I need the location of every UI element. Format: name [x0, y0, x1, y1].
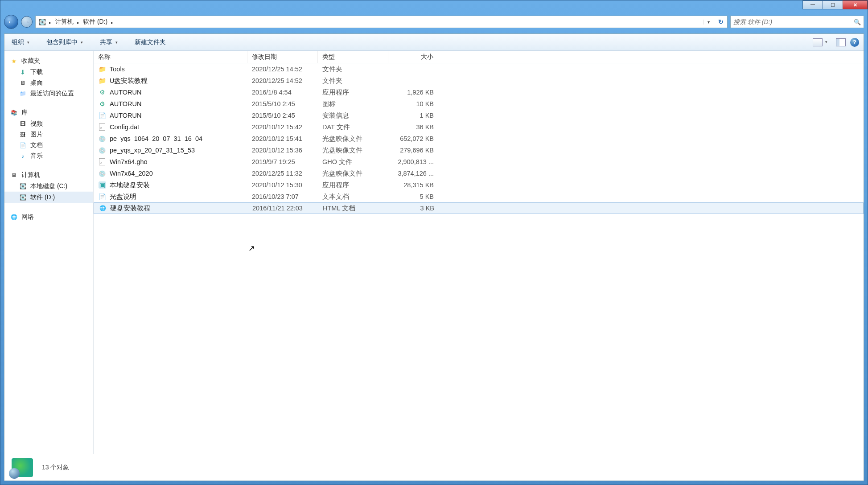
- sidebar-item-documents[interactable]: 文档: [4, 140, 93, 151]
- search-icon[interactable]: [854, 18, 861, 25]
- file-icon: [98, 123, 106, 131]
- file-row[interactable]: AUTORUN2015/5/10 2:45安装信息1 KB: [94, 110, 864, 121]
- crumb-drive[interactable]: 软件 (D:): [82, 18, 108, 26]
- network-icon: [10, 214, 18, 221]
- help-button[interactable]: [850, 38, 859, 47]
- column-label: 名称: [98, 53, 111, 61]
- share-menu[interactable]: 共享: [97, 37, 120, 48]
- status-icon: [12, 458, 33, 477]
- search-input[interactable]: [733, 18, 854, 25]
- file-row[interactable]: pe_yqs_1064_20_07_31_16_042020/10/12 15:…: [94, 133, 864, 144]
- sidebar-item-recent[interactable]: 最近访问的位置: [4, 88, 93, 99]
- file-row[interactable]: AUTORUN2016/1/8 4:54应用程序1,926 KB: [94, 86, 864, 98]
- sidebar-item-label: 文档: [30, 141, 43, 149]
- file-size: 652,072 KB: [388, 135, 438, 142]
- file-row[interactable]: AUTORUN2015/5/10 2:45图标10 KB: [94, 98, 864, 110]
- file-icon: [98, 65, 106, 73]
- search-box[interactable]: [730, 16, 864, 28]
- sidebar-item-pictures[interactable]: 图片: [4, 129, 93, 140]
- address-bar[interactable]: 计算机 软件 (D:): [35, 16, 728, 28]
- file-date: 2015/5/10 2:45: [247, 112, 318, 119]
- sidebar-item-music[interactable]: 音乐: [4, 151, 93, 161]
- file-size: 36 KB: [388, 123, 438, 131]
- file-size: 1,926 KB: [388, 89, 438, 96]
- include-menu[interactable]: 包含到库中: [44, 37, 86, 48]
- recent-icon: [19, 90, 27, 97]
- chevron-right-icon[interactable]: [48, 18, 52, 25]
- file-row[interactable]: Config.dat2020/10/12 15:42DAT 文件36 KB: [94, 121, 864, 133]
- sidebar-label: 库: [21, 109, 28, 117]
- file-date: 2016/10/23 7:07: [247, 193, 318, 200]
- file-name: AUTORUN: [110, 100, 141, 107]
- new-folder-button[interactable]: 新建文件夹: [132, 37, 169, 48]
- file-icon: [99, 204, 107, 212]
- sidebar-head-favorites[interactable]: 收藏夹: [4, 55, 93, 67]
- sidebar-item-video[interactable]: 视频: [4, 119, 93, 129]
- column-type[interactable]: 类型: [318, 51, 388, 63]
- explorer-window: 计算机 软件 (D:) 组织 包含到库中 共享 新建文件夹: [0, 0, 868, 485]
- chevron-right-icon[interactable]: [76, 18, 80, 25]
- file-icon: [98, 169, 106, 177]
- file-type: 图标: [318, 100, 388, 108]
- file-size: 3 KB: [389, 205, 439, 212]
- file-size: 1 KB: [388, 112, 438, 119]
- maximize-button[interactable]: [823, 0, 843, 9]
- sidebar-item-downloads[interactable]: 下载: [4, 67, 93, 78]
- file-name: Config.dat: [110, 123, 139, 131]
- sidebar-item-label: 桌面: [30, 79, 43, 87]
- file-type: 光盘映像文件: [318, 146, 388, 155]
- file-list: 名称 修改日期 类型 大小 Tools2020/12/25 14:52文件夹U盘…: [94, 51, 864, 454]
- minimize-button[interactable]: [802, 0, 823, 9]
- view-options-button[interactable]: [813, 38, 823, 46]
- column-name[interactable]: 名称: [94, 51, 247, 63]
- client-area: 组织 包含到库中 共享 新建文件夹 收藏夹 下载 桌面 最近访问的位置: [4, 33, 864, 481]
- file-row[interactable]: Win7x64.gho2019/9/7 19:25GHO 文件2,900,813…: [94, 156, 864, 168]
- sidebar-item-desktop[interactable]: 桌面: [4, 78, 93, 88]
- file-type: 光盘映像文件: [318, 169, 388, 178]
- column-label: 大小: [421, 53, 433, 61]
- chevron-right-icon[interactable]: [110, 18, 114, 25]
- document-icon: [19, 142, 27, 149]
- drive-icon: [38, 18, 46, 25]
- back-button[interactable]: [4, 15, 18, 29]
- file-row[interactable]: 本地硬盘安装2020/10/12 15:30应用程序28,315 KB: [94, 179, 864, 191]
- sidebar-item-drive-c[interactable]: 本地磁盘 (C:): [4, 181, 93, 192]
- column-date[interactable]: 修改日期: [247, 51, 318, 63]
- file-row[interactable]: Tools2020/12/25 14:52文件夹: [94, 63, 864, 75]
- file-rows: Tools2020/12/25 14:52文件夹U盘安装教程2020/12/25…: [94, 63, 864, 454]
- file-size: 3,874,126 ...: [388, 170, 438, 177]
- file-row[interactable]: Win7x64_20202020/12/25 11:32光盘映像文件3,874,…: [94, 168, 864, 179]
- file-date: 2016/11/21 22:03: [248, 205, 318, 212]
- close-button[interactable]: [843, 0, 868, 9]
- preview-pane-button[interactable]: [836, 38, 846, 46]
- file-row[interactable]: 光盘说明2016/10/23 7:07文本文档5 KB: [94, 191, 864, 202]
- forward-button[interactable]: [21, 16, 33, 28]
- sidebar-item-label: 最近访问的位置: [30, 90, 74, 98]
- sidebar-label: 计算机: [21, 171, 40, 179]
- download-icon: [19, 69, 27, 76]
- file-row[interactable]: 硬盘安装教程2016/11/21 22:03HTML 文档3 KB: [94, 202, 864, 214]
- column-size[interactable]: 大小: [388, 51, 438, 63]
- file-row[interactable]: pe_yqs_xp_20_07_31_15_532020/10/12 15:36…: [94, 144, 864, 156]
- file-row[interactable]: U盘安装教程2020/12/25 14:52文件夹: [94, 75, 864, 86]
- drive-icon: [19, 194, 27, 201]
- sidebar-item-label: 音乐: [30, 152, 43, 160]
- address-history-dropdown[interactable]: [703, 20, 714, 25]
- sidebar-item-drive-d[interactable]: 软件 (D:): [4, 192, 93, 203]
- file-icon: [98, 77, 106, 85]
- file-type: 应用程序: [318, 181, 388, 189]
- sidebar-head-network[interactable]: 网络: [4, 211, 93, 223]
- sidebar-head-library[interactable]: 库: [4, 107, 93, 119]
- sidebar-head-computer[interactable]: 计算机: [4, 169, 93, 181]
- refresh-button[interactable]: [714, 16, 727, 28]
- file-icon: [98, 146, 106, 154]
- crumb-computer[interactable]: 计算机: [54, 18, 74, 26]
- music-icon: [19, 152, 27, 160]
- file-date: 2020/10/12 15:30: [247, 181, 318, 189]
- organize-menu[interactable]: 组织: [9, 37, 32, 48]
- column-label: 修改日期: [252, 53, 277, 61]
- sidebar-item-label: 下载: [30, 68, 43, 76]
- status-text: 13 个对象: [42, 464, 69, 472]
- file-name: 硬盘安装教程: [110, 204, 150, 213]
- file-name: pe_yqs_xp_20_07_31_15_53: [110, 147, 195, 154]
